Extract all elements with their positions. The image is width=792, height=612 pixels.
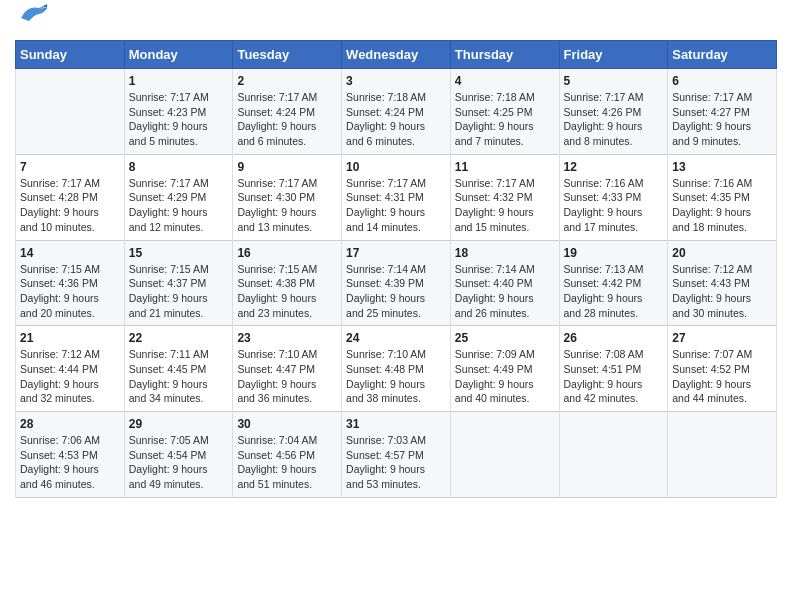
day-number: 17 — [346, 246, 446, 260]
calendar-cell: 17Sunrise: 7:14 AM Sunset: 4:39 PM Dayli… — [342, 240, 451, 326]
logo — [15, 10, 49, 32]
calendar-cell: 18Sunrise: 7:14 AM Sunset: 4:40 PM Dayli… — [450, 240, 559, 326]
weekday-header-row: SundayMondayTuesdayWednesdayThursdayFrid… — [16, 41, 777, 69]
day-info: Sunrise: 7:17 AM Sunset: 4:31 PM Dayligh… — [346, 176, 446, 235]
calendar-cell — [450, 412, 559, 498]
calendar-table: SundayMondayTuesdayWednesdayThursdayFrid… — [15, 40, 777, 498]
calendar-cell: 23Sunrise: 7:10 AM Sunset: 4:47 PM Dayli… — [233, 326, 342, 412]
day-info: Sunrise: 7:14 AM Sunset: 4:40 PM Dayligh… — [455, 262, 555, 321]
day-number: 1 — [129, 74, 229, 88]
day-number: 5 — [564, 74, 664, 88]
weekday-header-friday: Friday — [559, 41, 668, 69]
day-number: 31 — [346, 417, 446, 431]
calendar-week-row: 21Sunrise: 7:12 AM Sunset: 4:44 PM Dayli… — [16, 326, 777, 412]
day-number: 28 — [20, 417, 120, 431]
day-info: Sunrise: 7:05 AM Sunset: 4:54 PM Dayligh… — [129, 433, 229, 492]
day-number: 15 — [129, 246, 229, 260]
day-number: 27 — [672, 331, 772, 345]
weekday-header-thursday: Thursday — [450, 41, 559, 69]
logo-bird-icon — [19, 3, 49, 25]
day-number: 25 — [455, 331, 555, 345]
day-number: 20 — [672, 246, 772, 260]
day-info: Sunrise: 7:16 AM Sunset: 4:33 PM Dayligh… — [564, 176, 664, 235]
day-number: 3 — [346, 74, 446, 88]
day-info: Sunrise: 7:13 AM Sunset: 4:42 PM Dayligh… — [564, 262, 664, 321]
day-info: Sunrise: 7:16 AM Sunset: 4:35 PM Dayligh… — [672, 176, 772, 235]
calendar-cell: 30Sunrise: 7:04 AM Sunset: 4:56 PM Dayli… — [233, 412, 342, 498]
day-info: Sunrise: 7:14 AM Sunset: 4:39 PM Dayligh… — [346, 262, 446, 321]
calendar-cell: 6Sunrise: 7:17 AM Sunset: 4:27 PM Daylig… — [668, 69, 777, 155]
day-info: Sunrise: 7:12 AM Sunset: 4:43 PM Dayligh… — [672, 262, 772, 321]
weekday-header-tuesday: Tuesday — [233, 41, 342, 69]
day-info: Sunrise: 7:07 AM Sunset: 4:52 PM Dayligh… — [672, 347, 772, 406]
calendar-cell: 1Sunrise: 7:17 AM Sunset: 4:23 PM Daylig… — [124, 69, 233, 155]
day-number: 14 — [20, 246, 120, 260]
calendar-header: SundayMondayTuesdayWednesdayThursdayFrid… — [16, 41, 777, 69]
calendar-cell: 9Sunrise: 7:17 AM Sunset: 4:30 PM Daylig… — [233, 154, 342, 240]
calendar-cell: 14Sunrise: 7:15 AM Sunset: 4:36 PM Dayli… — [16, 240, 125, 326]
day-number: 10 — [346, 160, 446, 174]
day-number: 16 — [237, 246, 337, 260]
day-info: Sunrise: 7:08 AM Sunset: 4:51 PM Dayligh… — [564, 347, 664, 406]
weekday-header-sunday: Sunday — [16, 41, 125, 69]
day-number: 18 — [455, 246, 555, 260]
day-info: Sunrise: 7:03 AM Sunset: 4:57 PM Dayligh… — [346, 433, 446, 492]
calendar-cell: 12Sunrise: 7:16 AM Sunset: 4:33 PM Dayli… — [559, 154, 668, 240]
page-header — [15, 10, 777, 32]
day-number: 9 — [237, 160, 337, 174]
day-number: 24 — [346, 331, 446, 345]
day-number: 7 — [20, 160, 120, 174]
weekday-header-saturday: Saturday — [668, 41, 777, 69]
calendar-cell: 5Sunrise: 7:17 AM Sunset: 4:26 PM Daylig… — [559, 69, 668, 155]
calendar-cell: 4Sunrise: 7:18 AM Sunset: 4:25 PM Daylig… — [450, 69, 559, 155]
day-number: 6 — [672, 74, 772, 88]
calendar-cell: 25Sunrise: 7:09 AM Sunset: 4:49 PM Dayli… — [450, 326, 559, 412]
calendar-week-row: 7Sunrise: 7:17 AM Sunset: 4:28 PM Daylig… — [16, 154, 777, 240]
day-info: Sunrise: 7:15 AM Sunset: 4:37 PM Dayligh… — [129, 262, 229, 321]
day-info: Sunrise: 7:15 AM Sunset: 4:38 PM Dayligh… — [237, 262, 337, 321]
calendar-cell: 16Sunrise: 7:15 AM Sunset: 4:38 PM Dayli… — [233, 240, 342, 326]
calendar-cell — [668, 412, 777, 498]
day-number: 12 — [564, 160, 664, 174]
day-info: Sunrise: 7:06 AM Sunset: 4:53 PM Dayligh… — [20, 433, 120, 492]
day-info: Sunrise: 7:18 AM Sunset: 4:25 PM Dayligh… — [455, 90, 555, 149]
calendar-cell — [559, 412, 668, 498]
day-number: 26 — [564, 331, 664, 345]
calendar-cell — [16, 69, 125, 155]
calendar-cell: 26Sunrise: 7:08 AM Sunset: 4:51 PM Dayli… — [559, 326, 668, 412]
calendar-cell: 27Sunrise: 7:07 AM Sunset: 4:52 PM Dayli… — [668, 326, 777, 412]
day-info: Sunrise: 7:17 AM Sunset: 4:23 PM Dayligh… — [129, 90, 229, 149]
day-number: 22 — [129, 331, 229, 345]
calendar-cell: 10Sunrise: 7:17 AM Sunset: 4:31 PM Dayli… — [342, 154, 451, 240]
weekday-header-monday: Monday — [124, 41, 233, 69]
calendar-cell: 8Sunrise: 7:17 AM Sunset: 4:29 PM Daylig… — [124, 154, 233, 240]
day-info: Sunrise: 7:17 AM Sunset: 4:30 PM Dayligh… — [237, 176, 337, 235]
day-info: Sunrise: 7:04 AM Sunset: 4:56 PM Dayligh… — [237, 433, 337, 492]
day-info: Sunrise: 7:17 AM Sunset: 4:32 PM Dayligh… — [455, 176, 555, 235]
day-number: 30 — [237, 417, 337, 431]
calendar-cell: 29Sunrise: 7:05 AM Sunset: 4:54 PM Dayli… — [124, 412, 233, 498]
day-info: Sunrise: 7:18 AM Sunset: 4:24 PM Dayligh… — [346, 90, 446, 149]
day-number: 19 — [564, 246, 664, 260]
calendar-cell: 11Sunrise: 7:17 AM Sunset: 4:32 PM Dayli… — [450, 154, 559, 240]
day-info: Sunrise: 7:17 AM Sunset: 4:27 PM Dayligh… — [672, 90, 772, 149]
day-number: 23 — [237, 331, 337, 345]
day-info: Sunrise: 7:17 AM Sunset: 4:28 PM Dayligh… — [20, 176, 120, 235]
day-number: 13 — [672, 160, 772, 174]
day-info: Sunrise: 7:10 AM Sunset: 4:48 PM Dayligh… — [346, 347, 446, 406]
day-number: 29 — [129, 417, 229, 431]
day-number: 11 — [455, 160, 555, 174]
calendar-cell: 13Sunrise: 7:16 AM Sunset: 4:35 PM Dayli… — [668, 154, 777, 240]
calendar-body: 1Sunrise: 7:17 AM Sunset: 4:23 PM Daylig… — [16, 69, 777, 498]
day-number: 21 — [20, 331, 120, 345]
calendar-week-row: 1Sunrise: 7:17 AM Sunset: 4:23 PM Daylig… — [16, 69, 777, 155]
day-info: Sunrise: 7:17 AM Sunset: 4:26 PM Dayligh… — [564, 90, 664, 149]
day-info: Sunrise: 7:17 AM Sunset: 4:29 PM Dayligh… — [129, 176, 229, 235]
day-number: 4 — [455, 74, 555, 88]
calendar-cell: 22Sunrise: 7:11 AM Sunset: 4:45 PM Dayli… — [124, 326, 233, 412]
calendar-cell: 3Sunrise: 7:18 AM Sunset: 4:24 PM Daylig… — [342, 69, 451, 155]
weekday-header-wednesday: Wednesday — [342, 41, 451, 69]
calendar-cell: 7Sunrise: 7:17 AM Sunset: 4:28 PM Daylig… — [16, 154, 125, 240]
day-info: Sunrise: 7:17 AM Sunset: 4:24 PM Dayligh… — [237, 90, 337, 149]
calendar-cell: 15Sunrise: 7:15 AM Sunset: 4:37 PM Dayli… — [124, 240, 233, 326]
